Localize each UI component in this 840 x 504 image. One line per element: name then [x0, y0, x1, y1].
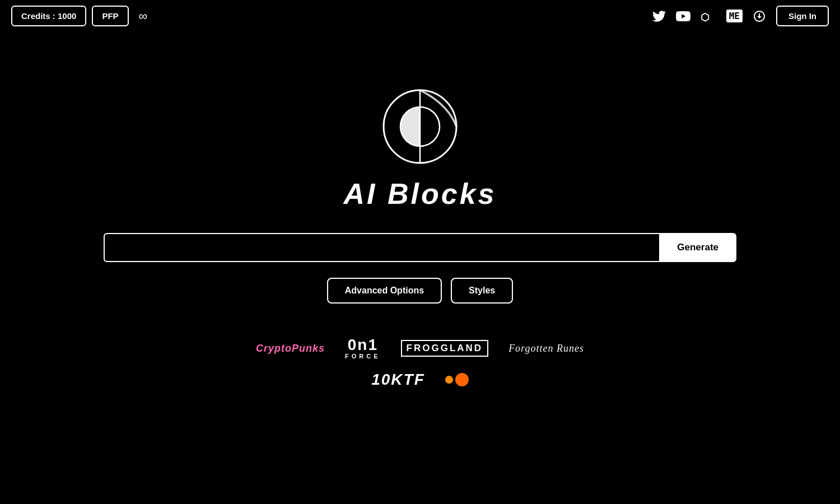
moonbirds-dot-large [455, 373, 469, 386]
youtube-icon[interactable] [676, 9, 690, 24]
oni-force-top: 0n1 [348, 337, 378, 353]
styles-button[interactable]: Styles [451, 278, 513, 304]
app-title: AI Blocks [344, 177, 497, 211]
pfp-button[interactable]: PFP [92, 6, 128, 26]
twitter-icon[interactable] [652, 10, 666, 23]
oni-force-logo: 0n1 FORCE [345, 337, 381, 360]
header-left: Credits : 1000 PFP ∞ [11, 6, 152, 26]
search-row: Generate [104, 233, 736, 262]
app-logo [375, 82, 465, 171]
header: Credits : 1000 PFP ∞ ⬡ ME [0, 0, 840, 32]
froggland-logo: FROGGLAND [401, 340, 489, 357]
header-right: ⬡ ME Sign In [652, 6, 829, 26]
tenktf-logo: 10KTF [371, 371, 425, 389]
advanced-options-button[interactable]: Advanced Options [327, 278, 442, 304]
moonbirds-dot-small [445, 376, 453, 384]
opensea-icon[interactable] [753, 10, 766, 23]
partners-section: CryptoPunks 0n1 FORCE FROGGLAND Forgotte… [256, 337, 584, 389]
main-content: AI Blocks Generate Advanced Options Styl… [0, 0, 840, 504]
credits-button[interactable]: Credits : 1000 [11, 6, 86, 26]
generate-button[interactable]: Generate [659, 233, 736, 262]
partners-row-2: 10KTF [371, 371, 469, 389]
oni-force-bottom: FORCE [345, 353, 381, 360]
forgotten-runes-logo: Forgotten Runes [508, 343, 584, 354]
infinity-icon[interactable]: ∞ [134, 7, 152, 26]
sign-in-button[interactable]: Sign In [776, 6, 829, 26]
moonbirds-logo [445, 373, 469, 386]
cryptopunks-logo: CryptoPunks [256, 343, 325, 354]
magic-eden-label: ME [726, 10, 743, 22]
partners-row-1: CryptoPunks 0n1 FORCE FROGGLAND Forgotte… [256, 337, 584, 360]
prompt-input[interactable] [104, 233, 659, 262]
hype-icon[interactable]: ⬡ [701, 8, 716, 24]
options-row: Advanced Options Styles [327, 278, 514, 304]
svg-text:⬡: ⬡ [701, 12, 710, 23]
logo-container: AI Blocks [344, 82, 497, 211]
magic-eden-icon[interactable]: ME [726, 10, 743, 22]
